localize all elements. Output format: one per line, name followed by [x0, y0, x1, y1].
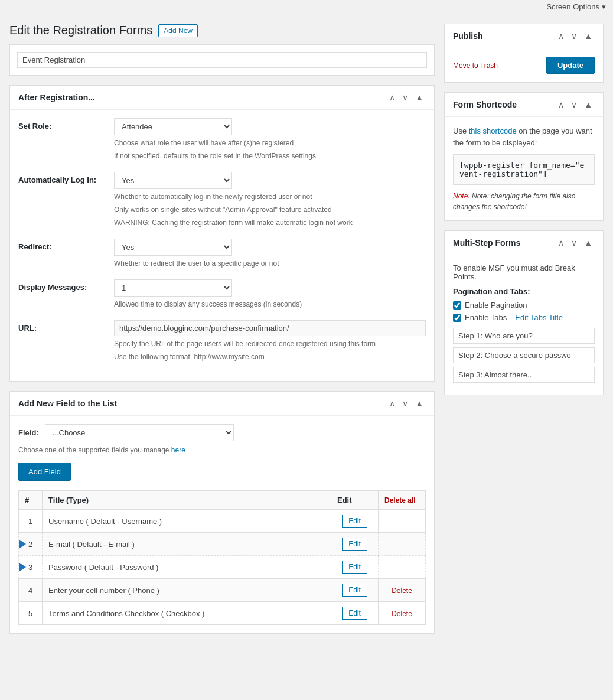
add-field-header: Add New Field to the List ∧ ∨ ▲ [10, 392, 434, 416]
enable-tabs-checkbox[interactable] [453, 314, 461, 322]
page-container: Edit the Registration Forms Add New Afte… [0, 14, 613, 653]
edit-button[interactable]: Edit [342, 561, 367, 574]
drag-marker [19, 539, 26, 549]
url-input[interactable] [114, 320, 426, 336]
screen-options-label: Screen Options [546, 2, 599, 11]
shortcode-controls: ∧ ∨ ▲ [556, 99, 595, 110]
add-field-collapse-up[interactable]: ∧ [387, 398, 397, 409]
row-num: 1 [19, 510, 43, 533]
step2-input[interactable] [453, 347, 595, 363]
metabox-controls: ∧ ∨ ▲ [387, 92, 426, 103]
row-num: 3 [19, 556, 43, 579]
row-title: Enter your cell number ( Phone ) [43, 579, 331, 602]
enable-pagination-row: Enable Pagination [453, 301, 595, 310]
display-messages-label: Display Messages: [18, 279, 107, 292]
row-edit-cell: Edit [331, 579, 379, 602]
field-chooser-select[interactable]: ...Choose [45, 424, 234, 441]
display-messages-select[interactable]: 1 2 3 [114, 279, 232, 297]
edit-tabs-title-link[interactable]: Edit Tabs Title [515, 313, 563, 322]
page-title: Edit the Registration Forms [9, 24, 152, 37]
publish-collapse-down[interactable]: ∨ [569, 30, 579, 42]
row-title: E-mail ( Default - E-mail ) [43, 533, 331, 556]
msf-collapse-down[interactable]: ∨ [569, 237, 579, 249]
msf-collapse-close[interactable]: ▲ [582, 237, 595, 249]
add-new-button[interactable]: Add New [158, 24, 198, 37]
publish-header: Publish ∧ ∨ ▲ [445, 24, 603, 48]
redirect-row: Redirect: Yes No Whether to redirect the… [18, 239, 426, 269]
redirect-content: Yes No Whether to redirect the user to a… [114, 239, 426, 269]
table-row: 1Username ( Default - Username )Edit [19, 510, 426, 533]
row-title: Terms and Conditions Checkbox ( Checkbox… [43, 602, 331, 625]
add-field-collapse-close[interactable]: ▲ [413, 398, 426, 409]
shortcode-value: [wppb-register form_name="event-registra… [453, 154, 595, 185]
shortcode-box: Form Shortcode ∧ ∨ ▲ Use this shortcode … [444, 92, 604, 221]
here-link[interactable]: here [171, 446, 185, 454]
delete-link[interactable]: Delete [392, 610, 412, 618]
redirect-select[interactable]: Yes No [114, 239, 232, 256]
form-title-input[interactable] [17, 52, 427, 68]
add-field-title: Add New Field to the List [18, 399, 117, 408]
publish-collapse-close[interactable]: ▲ [582, 30, 595, 42]
edit-button[interactable]: Edit [342, 584, 367, 597]
set-role-row: Set Role: Attendee Choose what role the … [18, 118, 426, 161]
set-role-desc2: If not specified, defaults to the role s… [114, 151, 426, 161]
url-desc2: Use the following format: http://www.mys… [114, 351, 426, 362]
shortcode-collapse-down[interactable]: ∨ [569, 99, 579, 110]
fields-table: # Title (Type) Edit Delete all 1Username… [18, 490, 426, 625]
display-messages-desc: Allowed time to display any success mess… [114, 299, 426, 310]
url-row: URL: Specify the URL of the page users w… [18, 320, 426, 362]
edit-button[interactable]: Edit [342, 515, 367, 528]
row-delete-cell: Delete [379, 579, 426, 602]
move-to-trash-link[interactable]: Move to Trash [453, 61, 498, 70]
chevron-down-icon: ▾ [602, 2, 606, 11]
msf-controls: ∧ ∨ ▲ [556, 237, 595, 249]
add-field-body: Field: ...Choose Choose one of the suppo… [10, 416, 434, 633]
redirect-desc: Whether to redirect the user to a specif… [114, 258, 426, 269]
enable-pagination-checkbox[interactable] [453, 301, 461, 310]
collapse-down-button[interactable]: ∨ [400, 92, 410, 103]
redirect-label: Redirect: [18, 239, 107, 251]
row-title: Password ( Default - Password ) [43, 556, 331, 579]
col-edit-header: Edit [331, 491, 379, 510]
col-title-header: Title (Type) [43, 491, 331, 510]
msf-collapse-up[interactable]: ∧ [556, 237, 566, 249]
url-label: URL: [18, 320, 107, 333]
col-delete-header: Delete all [379, 491, 426, 510]
pagination-tabs-label: Pagination and Tabs: [453, 287, 595, 296]
delete-all-link[interactable]: Delete all [384, 496, 416, 504]
delete-link[interactable]: Delete [392, 587, 412, 595]
col-num-header: # [19, 491, 43, 510]
row-delete-cell: Delete [379, 602, 426, 625]
step3-input[interactable] [453, 367, 595, 383]
choose-field-row: Field: ...Choose [18, 424, 426, 441]
after-registration-metabox: After Registration... ∧ ∨ ▲ Set Role: At… [9, 85, 435, 382]
add-field-collapse-down[interactable]: ∨ [400, 398, 410, 409]
collapse-close-button[interactable]: ▲ [413, 92, 426, 103]
row-title: Username ( Default - Username ) [43, 510, 331, 533]
screen-options-button[interactable]: Screen Options ▾ [539, 0, 613, 14]
set-role-select[interactable]: Attendee [114, 118, 232, 135]
collapse-up-button[interactable]: ∧ [387, 92, 397, 103]
display-messages-row: Display Messages: 1 2 3 Allowed time to … [18, 279, 426, 310]
row-edit-cell: Edit [331, 602, 379, 625]
publish-collapse-up[interactable]: ∧ [556, 30, 566, 42]
edit-button[interactable]: Edit [342, 538, 367, 551]
after-registration-header: After Registration... ∧ ∨ ▲ [10, 86, 434, 110]
publish-body: Move to Trash Update [445, 48, 603, 82]
shortcode-link[interactable]: this shortcode [469, 126, 517, 135]
shortcode-collapse-up[interactable]: ∧ [556, 99, 566, 110]
auto-login-content: Yes No Whether to automatically log in t… [114, 172, 426, 228]
auto-login-desc2: Only works on single-sites without "Admi… [114, 204, 426, 215]
edit-button[interactable]: Edit [342, 607, 367, 620]
auto-login-desc3: WARNING: Caching the registration form w… [114, 217, 426, 228]
auto-login-select[interactable]: Yes No [114, 172, 232, 189]
shortcode-collapse-close[interactable]: ▲ [582, 99, 595, 110]
msf-intro: To enable MSF you must add Break Points. [453, 263, 595, 281]
form-title-box [9, 44, 435, 76]
after-registration-body: Set Role: Attendee Choose what role the … [10, 110, 434, 381]
add-field-button[interactable]: Add Field [18, 463, 71, 481]
step1-input[interactable] [453, 328, 595, 344]
update-button[interactable]: Update [546, 57, 595, 74]
msf-header: Multi-Step Forms ∧ ∨ ▲ [445, 231, 603, 255]
add-field-metabox: Add New Field to the List ∧ ∨ ▲ Field: .… [9, 391, 435, 634]
